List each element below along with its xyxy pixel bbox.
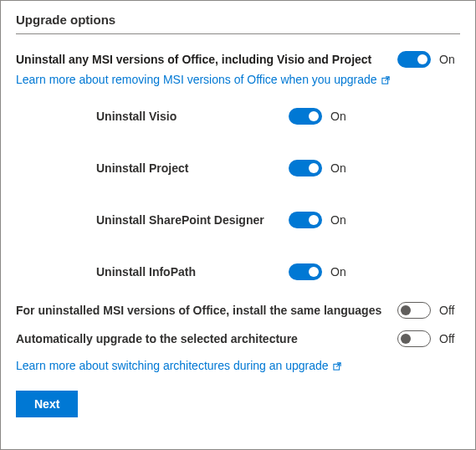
sub-option-visio: Uninstall Visio On (96, 108, 351, 125)
learn-more-msi-text: Learn more about removing MSI versions o… (16, 73, 377, 86)
divider (16, 33, 460, 34)
main-option-state: On (439, 53, 455, 66)
bottom-option-state: Off (439, 304, 454, 317)
sub-option-infopath: Uninstall InfoPath On (96, 263, 351, 280)
external-link-icon (381, 74, 391, 84)
bottom-option-state: Off (439, 332, 454, 345)
bottom-option-label: Automatically upgrade to the selected ar… (16, 332, 298, 345)
main-option-toggle[interactable] (397, 51, 431, 68)
bottom-option-languages: For uninstalled MSI versions of Office, … (16, 302, 460, 319)
main-option-row: Uninstall any MSI versions of Office, in… (16, 51, 460, 68)
sub-option-state: On (330, 161, 346, 175)
sub-option-toggle-visio[interactable] (289, 108, 322, 125)
sub-option-state: On (330, 110, 346, 123)
bottom-option-toggle-architecture[interactable] (397, 330, 431, 347)
bottom-option-toggle-languages[interactable] (397, 302, 431, 319)
next-button[interactable]: Next (16, 391, 78, 417)
sub-option-state: On (330, 213, 346, 227)
learn-more-msi-link[interactable]: Learn more about removing MSI versions o… (16, 73, 391, 86)
bottom-option-architecture: Automatically upgrade to the selected ar… (16, 330, 460, 347)
bottom-option-label: For uninstalled MSI versions of Office, … (16, 304, 381, 317)
sub-option-label: Uninstall SharePoint Designer (96, 213, 264, 227)
learn-more-architecture-text: Learn more about switching architectures… (16, 359, 329, 372)
sub-option-sharepoint: Uninstall SharePoint Designer On (96, 212, 351, 228)
external-link-icon (332, 361, 342, 371)
sub-option-toggle-project[interactable] (289, 160, 322, 176)
sub-option-label: Uninstall Project (96, 161, 188, 175)
sub-option-toggle-infopath[interactable] (289, 263, 322, 280)
sub-options-group: Uninstall Visio On Uninstall Project On … (16, 108, 460, 280)
sub-option-toggle-sharepoint[interactable] (289, 212, 322, 228)
learn-more-architecture-link[interactable]: Learn more about switching architectures… (16, 359, 342, 372)
main-option-label: Uninstall any MSI versions of Office, in… (16, 53, 371, 66)
sub-option-label: Uninstall Visio (96, 110, 177, 123)
panel-title: Upgrade options (16, 13, 460, 33)
main-option-toggle-wrap: On (397, 51, 460, 68)
sub-option-project: Uninstall Project On (96, 160, 351, 176)
upgrade-options-panel: Upgrade options Uninstall any MSI versio… (0, 0, 476, 450)
sub-option-label: Uninstall InfoPath (96, 265, 196, 279)
sub-option-state: On (330, 265, 346, 279)
